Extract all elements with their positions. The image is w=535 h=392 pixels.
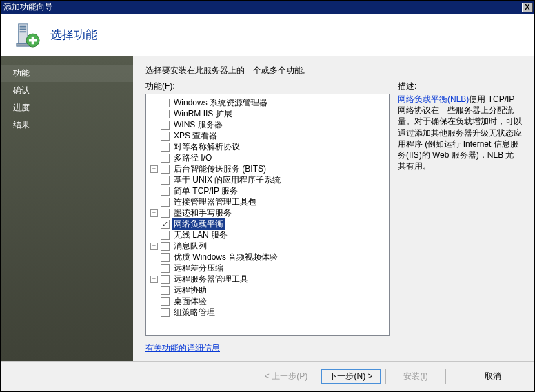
- more-info-link[interactable]: 有关功能的详细信息: [145, 342, 522, 354]
- feature-label[interactable]: 远程服务器管理工具: [172, 274, 250, 285]
- description-link[interactable]: 网络负载平衡(NLB): [398, 94, 469, 104]
- feature-checkbox[interactable]: [161, 121, 170, 130]
- feature-checkbox[interactable]: [161, 110, 170, 118]
- feature-row[interactable]: 优质 Windows 音频视频体验: [148, 251, 387, 262]
- description-text: 使用 TCP/IP 网络协议在一些服务器上分配流量。对于确保在负载增加时，可以通…: [398, 94, 522, 171]
- wizard-footer: < 上一步(P) 下一步(N) > 安装(I) 取消: [1, 361, 534, 391]
- feature-checkbox[interactable]: [161, 264, 170, 273]
- feature-checkbox[interactable]: [161, 187, 170, 196]
- description-label: 描述:: [398, 81, 522, 92]
- content-columns: 功能(F): Windows 系统资源管理器WinRM IIS 扩展WINS 服…: [145, 81, 522, 336]
- sidebar-item-results[interactable]: 结果: [1, 116, 133, 134]
- feature-checkbox[interactable]: [161, 165, 170, 174]
- sidebar-item-features[interactable]: 功能: [1, 65, 133, 82]
- feature-checkbox[interactable]: [161, 143, 170, 152]
- feature-checkbox[interactable]: [161, 275, 170, 284]
- feature-label[interactable]: 基于 UNIX 的应用程序子系统: [172, 174, 282, 186]
- features-label: 功能(F):: [145, 81, 390, 92]
- feature-row[interactable]: 基于 UNIX 的应用程序子系统: [148, 174, 387, 185]
- feature-label[interactable]: 墨迹和手写服务: [172, 207, 233, 219]
- feature-checkbox[interactable]: [161, 286, 170, 295]
- feature-label[interactable]: 无线 LAN 服务: [172, 229, 229, 241]
- window-title: 添加功能向导: [3, 1, 522, 13]
- feature-row[interactable]: 简单 TCP/IP 服务: [148, 185, 387, 196]
- feature-label[interactable]: 多路径 I/O: [172, 152, 213, 164]
- feature-row[interactable]: +消息队列: [148, 240, 387, 251]
- features-column: 功能(F): Windows 系统资源管理器WinRM IIS 扩展WINS 服…: [145, 81, 390, 336]
- tree-expand-icon[interactable]: +: [150, 209, 158, 217]
- svg-rect-3: [20, 31, 26, 32]
- install-button[interactable]: 安装(I): [385, 369, 446, 384]
- feature-row[interactable]: Windows 系统资源管理器: [148, 97, 387, 108]
- server-icon: [14, 22, 41, 48]
- feature-label[interactable]: Windows 系统资源管理器: [172, 97, 269, 109]
- feature-label[interactable]: 远程差分压缩: [172, 262, 225, 274]
- feature-label[interactable]: XPS 查看器: [172, 130, 219, 142]
- feature-row[interactable]: WinRM IIS 扩展: [148, 108, 387, 119]
- svg-rect-7: [29, 39, 37, 41]
- close-icon[interactable]: X: [522, 3, 533, 12]
- tree-expand-icon[interactable]: +: [150, 276, 158, 283]
- feature-row[interactable]: 对等名称解析协议: [148, 141, 387, 152]
- feature-checkbox[interactable]: [161, 308, 170, 317]
- wizard-body: 功能 确认 进度 结果 选择要安装在此服务器上的一个或多个功能。 功能(F): …: [1, 56, 534, 361]
- sidebar-item-progress[interactable]: 进度: [1, 99, 133, 116]
- features-listbox[interactable]: Windows 系统资源管理器WinRM IIS 扩展WINS 服务器XPS 查…: [145, 94, 390, 336]
- feature-label[interactable]: 组策略管理: [172, 307, 216, 318]
- feature-label[interactable]: 优质 Windows 音频视频体验: [172, 251, 279, 263]
- titlebar: 添加功能向导 X: [1, 1, 534, 14]
- feature-checkbox[interactable]: [161, 154, 170, 163]
- description-body: 网络负载平衡(NLB)使用 TCP/IP 网络协议在一些服务器上分配流量。对于确…: [398, 94, 522, 172]
- instruction-text: 选择要安装在此服务器上的一个或多个功能。: [145, 65, 522, 76]
- feature-checkbox[interactable]: [161, 198, 170, 207]
- cancel-button[interactable]: 取消: [463, 369, 523, 384]
- feature-row[interactable]: +墨迹和手写服务: [148, 207, 387, 218]
- feature-checkbox[interactable]: [161, 209, 170, 218]
- feature-row[interactable]: 多路径 I/O: [148, 152, 387, 163]
- feature-row[interactable]: 远程协助: [148, 285, 387, 296]
- feature-label[interactable]: WinRM IIS 扩展: [172, 108, 234, 120]
- next-button[interactable]: 下一步(N) >: [321, 369, 381, 384]
- feature-row[interactable]: XPS 查看器: [148, 130, 387, 141]
- feature-row[interactable]: +后台智能传送服务 (BITS): [148, 163, 387, 174]
- add-features-wizard-window: 添加功能向导 X 选择功能 功能 确认 进度 结果 选择要安装在此服务器上的一个…: [0, 0, 535, 392]
- feature-label[interactable]: 后台智能传送服务 (BITS): [172, 163, 268, 175]
- feature-checkbox[interactable]: [161, 132, 170, 141]
- feature-label[interactable]: WINS 服务器: [172, 119, 224, 131]
- wizard-sidebar: 功能 确认 进度 结果: [1, 56, 133, 361]
- feature-label[interactable]: 对等名称解析协议: [172, 141, 241, 153]
- previous-button[interactable]: < 上一步(P): [256, 369, 316, 384]
- feature-row[interactable]: 连接管理器管理工具包: [148, 196, 387, 207]
- wizard-main: 选择要安装在此服务器上的一个或多个功能。 功能(F): Windows 系统资源…: [133, 56, 534, 361]
- feature-checkbox[interactable]: [161, 242, 170, 251]
- feature-checkbox[interactable]: [161, 231, 170, 240]
- description-column: 描述: 网络负载平衡(NLB)使用 TCP/IP 网络协议在一些服务器上分配流量…: [398, 81, 522, 336]
- wizard-header: 选择功能: [1, 14, 534, 56]
- feature-checkbox[interactable]: [161, 176, 170, 185]
- sidebar-item-confirm[interactable]: 确认: [1, 82, 133, 99]
- svg-rect-2: [20, 28, 26, 30]
- feature-checkbox[interactable]: [161, 297, 170, 306]
- tree-expand-icon[interactable]: +: [150, 243, 158, 250]
- feature-label[interactable]: 远程协助: [172, 285, 208, 296]
- feature-checkbox[interactable]: [161, 220, 170, 229]
- page-title: 选择功能: [50, 27, 97, 43]
- feature-label[interactable]: 连接管理器管理工具包: [172, 196, 258, 208]
- feature-label[interactable]: 桌面体验: [172, 296, 208, 307]
- feature-row[interactable]: 组策略管理: [148, 307, 387, 318]
- feature-label[interactable]: 简单 TCP/IP 服务: [172, 185, 239, 197]
- svg-rect-1: [20, 25, 26, 27]
- feature-row[interactable]: 桌面体验: [148, 296, 387, 307]
- feature-label[interactable]: 消息队列: [172, 240, 208, 252]
- tree-expand-icon[interactable]: +: [150, 165, 158, 173]
- feature-row[interactable]: 网络负载平衡: [148, 218, 387, 229]
- feature-row[interactable]: +远程服务器管理工具: [148, 274, 387, 285]
- feature-checkbox[interactable]: [161, 253, 170, 262]
- feature-row[interactable]: 远程差分压缩: [148, 262, 387, 274]
- feature-label[interactable]: 网络负载平衡: [172, 218, 225, 230]
- feature-row[interactable]: 无线 LAN 服务: [148, 229, 387, 240]
- feature-row[interactable]: WINS 服务器: [148, 119, 387, 130]
- feature-checkbox[interactable]: [161, 99, 170, 107]
